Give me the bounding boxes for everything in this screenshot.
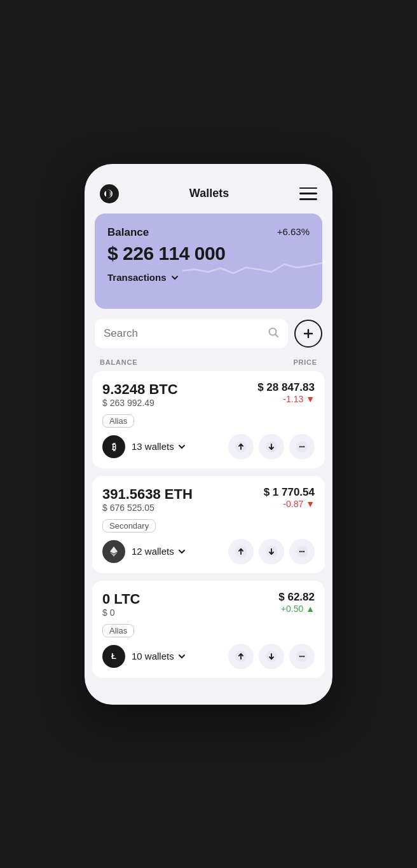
chevron-down-icon [178,653,186,660]
svg-text:Ł: Ł [111,651,116,661]
coins-list: 9.3248 BTC $ 263 992.49 $ 28 847.83 -1.1… [85,371,332,678]
coin-change: -1.13 ▼ [257,394,315,404]
search-icon [268,327,279,341]
svg-text:₿: ₿ [112,441,116,451]
chevron-down-icon [178,548,186,555]
balance-col-header: BALANCE [100,358,137,366]
svg-point-32 [301,655,303,656]
svg-point-13 [301,445,303,447]
coin-logo-icon: ₿ [102,435,125,458]
coin-top: 391.5638 ETH $ 676 525.05 $ 1 770.54 -0.… [102,486,315,518]
upload-icon [235,441,247,452]
coin-wallets-selector[interactable]: ₿ 13 wallets [102,435,186,458]
svg-point-33 [303,655,304,656]
coin-price: $ 1 770.54 [264,486,315,499]
coin-change: +0.50 ▲ [278,604,315,614]
coin-card: 0 LTC $ 0 $ 62.82 +0.50 ▲ Alias Ł 10 wal… [92,581,325,678]
download-icon [266,651,277,662]
more-dots-icon [296,546,308,557]
download-icon [266,546,277,557]
wallets-label: 13 wallets [132,441,186,452]
download-icon [266,441,277,452]
wallets-label: 10 wallets [132,651,186,661]
send-button[interactable] [228,644,254,669]
receive-button[interactable] [259,644,284,669]
receive-button[interactable] [259,434,284,459]
more-button[interactable] [289,539,315,564]
svg-point-7 [235,441,247,452]
coin-change: -0.87 ▼ [264,499,315,509]
svg-point-24 [303,550,304,552]
coin-alias-badge: Secondary [102,519,156,532]
coin-actions [228,434,315,459]
phone-container: Wallets Balance +6.63% $ 226 114 000 Tra… [85,164,332,705]
svg-marker-15 [110,546,118,553]
balance-top: Balance +6.63% [107,226,310,239]
svg-point-31 [299,655,301,656]
transactions-button[interactable]: Transactions [107,272,179,283]
coin-alias-badge: Alias [102,414,134,428]
svg-point-26 [235,651,247,662]
coin-top: 0 LTC $ 0 $ 62.82 +0.50 ▲ [102,591,315,623]
coin-usd-value: $ 676 525.05 [102,503,193,513]
more-button[interactable] [289,434,315,459]
svg-point-21 [296,546,308,557]
svg-point-9 [266,441,277,452]
coin-bottom: 12 wallets [102,539,315,564]
plus-icon [303,328,314,339]
coin-logo-icon [102,540,125,563]
header: Wallets [85,177,332,208]
balance-label: Balance [107,226,149,239]
coin-bottom: ₿ 13 wallets [102,434,315,459]
svg-point-30 [296,651,308,662]
more-button[interactable] [289,644,315,669]
coin-amount: 9.3248 BTC [102,381,178,398]
coin-usd-value: $ 263 992.49 [102,398,178,408]
receive-button[interactable] [259,539,284,564]
coin-card: 9.3248 BTC $ 263 992.49 $ 28 847.83 -1.1… [92,371,325,468]
add-wallet-button[interactable] [294,320,322,348]
logo-icon [100,184,119,203]
coin-price: $ 28 847.83 [257,381,315,394]
svg-point-23 [301,550,303,552]
chevron-down-icon [178,443,186,451]
search-row [85,319,332,356]
coin-amount: 0 LTC [102,591,140,607]
price-col-header: PRICE [293,358,317,366]
coin-alias-badge: Alias [102,624,134,637]
upload-icon [235,651,247,662]
column-headers: BALANCE PRICE [85,356,332,371]
search-input[interactable] [104,327,261,340]
send-button[interactable] [228,434,254,459]
coin-actions [228,539,315,564]
coin-logo-icon: Ł [102,645,125,668]
coin-card: 391.5638 ETH $ 676 525.05 $ 1 770.54 -0.… [92,476,325,573]
chevron-down-icon [170,273,179,282]
coin-wallets-selector[interactable]: 12 wallets [102,540,186,563]
svg-point-11 [296,441,308,452]
coin-wallets-selector[interactable]: Ł 10 wallets [102,645,186,668]
coin-top: 9.3248 BTC $ 263 992.49 $ 28 847.83 -1.1… [102,381,315,413]
header-title: Wallets [189,187,229,200]
svg-point-14 [303,445,304,447]
wallets-label: 12 wallets [132,546,186,557]
coin-amount: 391.5638 ETH [102,486,193,503]
balance-change: +6.63% [277,226,310,237]
coin-usd-value: $ 0 [102,607,140,618]
balance-card: Balance +6.63% $ 226 114 000 Transaction… [95,214,322,309]
svg-point-17 [235,546,247,557]
send-button[interactable] [228,539,254,564]
svg-point-28 [266,651,277,662]
coin-bottom: Ł 10 wallets [102,644,315,669]
svg-point-19 [266,546,277,557]
coin-price: $ 62.82 [278,591,315,604]
svg-point-22 [299,550,301,552]
balance-amount: $ 226 114 000 [107,243,310,264]
more-dots-icon [296,441,308,452]
svg-point-12 [299,445,301,447]
more-dots-icon [296,651,308,662]
search-box[interactable] [95,319,288,348]
svg-line-3 [275,334,278,337]
transactions-label: Transactions [107,272,167,283]
menu-icon[interactable] [299,187,317,200]
